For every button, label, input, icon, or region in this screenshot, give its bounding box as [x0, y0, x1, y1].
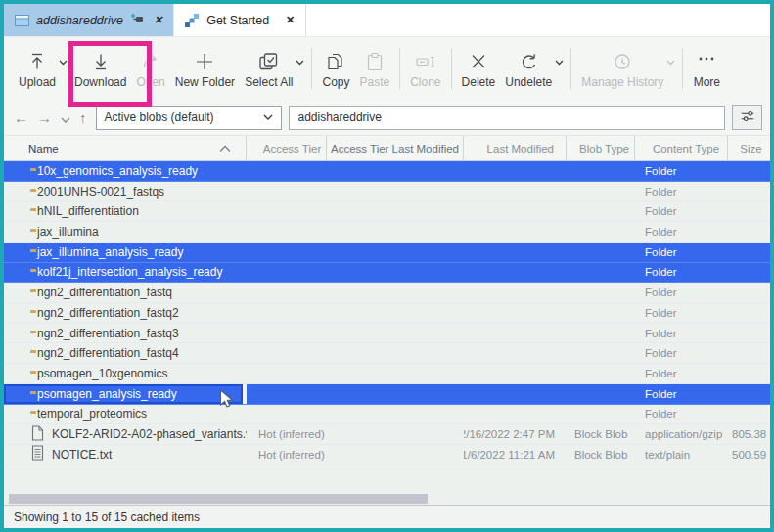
- table-row[interactable]: ngn2_differentiation_fastq4 Folder: [4, 343, 770, 364]
- cell-content-type: Folder: [635, 343, 728, 363]
- close-tab-icon[interactable]: ✕: [286, 14, 295, 26]
- up-directory-icon[interactable]: ↑: [79, 111, 87, 125]
- status-text: Showing 1 to 15 of 15 cached items: [14, 510, 200, 524]
- clone-icon: [414, 51, 437, 72]
- scrollbar-thumb[interactable]: [9, 494, 428, 504]
- toolbar-button-label: Clone: [410, 76, 440, 88]
- table-row[interactable]: hNIL_differentiation Folder: [4, 201, 770, 222]
- cell-access-tier: [247, 243, 327, 262]
- table-row[interactable]: kolf21j_intersection_analysis_ready Fold…: [4, 263, 770, 284]
- copy-button[interactable]: Copy: [317, 48, 354, 90]
- column-header-access-tier-last-modified[interactable]: Access Tier Last Modified: [327, 136, 464, 160]
- manage-history-icon: [612, 51, 633, 72]
- toolbar-button-label: Download: [74, 76, 126, 88]
- close-tab-icon[interactable]: ✕: [154, 14, 162, 26]
- back-icon[interactable]: ←: [14, 111, 28, 125]
- new-folder-button[interactable]: New Folder: [170, 48, 240, 90]
- cell-access-tier: [247, 303, 327, 323]
- file-icon: [30, 425, 45, 441]
- table-header: NameAccess TierAccess Tier Last Modified…: [4, 136, 770, 161]
- toolbar-separator: [682, 48, 683, 89]
- cell-size: [728, 182, 770, 201]
- manage-history-button[interactable]: Manage History: [576, 48, 668, 90]
- horizontal-scrollbar[interactable]: [4, 492, 770, 506]
- toolbar-button-label: More: [694, 76, 720, 88]
- table-row[interactable]: KOLF2-ARID2-A02-phased_variants.vcf.gz H…: [4, 424, 770, 445]
- cell-blob-type: [567, 161, 635, 181]
- table-row[interactable]: ngn2_differentiation_fastq2 Folder: [4, 303, 770, 324]
- item-name: jax_illumina_analysis_ready: [37, 245, 183, 259]
- table-row[interactable]: psomagen_analysis_ready Folder: [4, 384, 770, 405]
- cell-blob-type: [567, 283, 635, 302]
- upload-icon: [26, 51, 48, 72]
- table-row[interactable]: 2001UNHS-0021_fastqs Folder: [4, 182, 770, 202]
- item-name: jax_illumina: [37, 225, 99, 239]
- cell-blob-type: [567, 182, 635, 201]
- undelete-button[interactable]: Undelete: [500, 48, 557, 90]
- toolbar: Upload Download Open New Folder Select A…: [4, 37, 770, 100]
- delete-button[interactable]: Delete: [457, 48, 501, 90]
- cell-blob-type: Block Blob: [567, 424, 635, 444]
- toolbar-separator: [399, 48, 400, 89]
- table-row[interactable]: ngn2_differentiation_fastq3 Folder: [4, 324, 770, 344]
- table-row[interactable]: 10x_genomics_analysis_ready Folder: [4, 161, 770, 182]
- table-row[interactable]: psomagen_10xgenomics Folder: [4, 364, 770, 384]
- paste-button[interactable]: Paste: [355, 48, 395, 90]
- cell-access-tier-last-modified: [327, 364, 464, 383]
- item-name: NOTICE.txt: [52, 448, 112, 462]
- column-header-access-tier[interactable]: Access Tier: [247, 136, 327, 160]
- column-header-blob-type[interactable]: Blob Type: [567, 136, 635, 160]
- cell-access-tier: [247, 405, 327, 424]
- table-row[interactable]: jax_illumina_analysis_ready Folder: [4, 243, 770, 263]
- select-all-button[interactable]: Select All: [240, 48, 297, 90]
- open-button[interactable]: Open: [131, 48, 169, 90]
- delete-icon: [468, 51, 489, 72]
- table-row[interactable]: ngn2_differentiation_fastq Folder: [4, 283, 770, 303]
- filter-settings-button[interactable]: [732, 105, 762, 130]
- cell-content-type: Folder: [635, 405, 728, 424]
- cell-size: 500.59 KB: [728, 445, 770, 465]
- toolbar-button-label: Upload: [19, 76, 56, 88]
- cell-blob-type: [567, 384, 635, 404]
- undelete-icon: [518, 51, 539, 72]
- clone-button[interactable]: Clone: [405, 48, 445, 90]
- new-folder-icon: [194, 51, 215, 72]
- table-row[interactable]: jax_illumina Folder: [4, 222, 770, 243]
- toolbar-button-label: Undelete: [505, 76, 552, 88]
- get-started-icon: [185, 13, 200, 27]
- forward-icon[interactable]: →: [37, 111, 52, 125]
- cell-blob-type: Block Blob: [567, 445, 635, 465]
- cell-size: [728, 222, 770, 242]
- cell-access-tier: [247, 161, 327, 181]
- cell-blob-type: [567, 222, 635, 242]
- blob-list: 10x_genomics_analysis_ready Folder 2001U…: [4, 161, 770, 492]
- cell-access-tier-last-modified: [327, 263, 464, 283]
- tab-get-started[interactable]: Get Started ✕: [173, 4, 306, 36]
- column-header-name[interactable]: Name: [4, 136, 247, 160]
- table-row[interactable]: temporal_proteomics Folder: [4, 405, 770, 425]
- history-chevron-down-icon[interactable]: [61, 111, 70, 125]
- more-button[interactable]: More: [688, 48, 725, 90]
- toolbar-button-label: New Folder: [175, 76, 235, 88]
- upload-button[interactable]: Upload: [14, 48, 61, 90]
- path-input[interactable]: [289, 106, 726, 130]
- cell-size: [728, 283, 770, 302]
- cell-access-tier-last-modified: [327, 384, 464, 404]
- cell-size: [728, 324, 770, 343]
- table-row[interactable]: NOTICE.txt Hot (inferred) 1/6/2022 11:21…: [4, 445, 770, 466]
- cell-size: [728, 303, 770, 323]
- column-header-content-type[interactable]: Content Type: [635, 136, 728, 160]
- item-name: ngn2_differentiation_fastq4: [37, 346, 179, 360]
- cell-access-tier-last-modified: [327, 243, 464, 262]
- column-header-size[interactable]: Size: [728, 136, 770, 160]
- file-text-icon: [30, 445, 45, 461]
- cell-access-tier: [247, 182, 327, 201]
- cell-access-tier: [247, 343, 327, 363]
- toolbar-button-label: Select All: [245, 76, 293, 88]
- blob-state-dropdown[interactable]: Active blobs (default): [96, 106, 282, 130]
- cell-blob-type: [567, 263, 635, 283]
- download-button[interactable]: Download: [69, 48, 131, 90]
- cell-size: [728, 364, 770, 383]
- column-header-last-modified[interactable]: Last Modified: [464, 136, 567, 160]
- tab-addishareddrive[interactable]: addishareddrive ✕: [4, 4, 173, 36]
